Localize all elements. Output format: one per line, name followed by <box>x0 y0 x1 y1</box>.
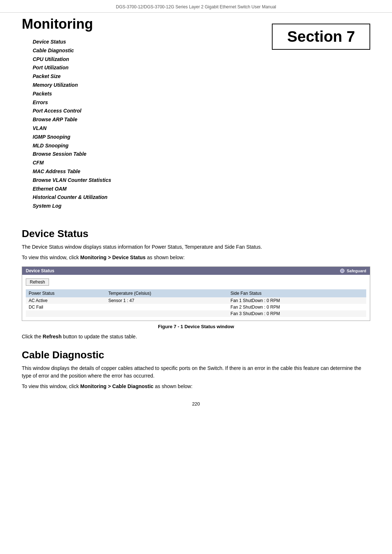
toc-item: Browse ARP Table <box>33 115 370 124</box>
toc-item: CPU Utilization <box>33 55 370 64</box>
table-cell: DC Fail <box>26 304 105 310</box>
ds-logo: Safeguard <box>340 269 366 273</box>
toc-item: Historical Counter & Utilization <box>33 193 370 202</box>
toc-list: Device StatusCable DiagnosticCPU Utiliza… <box>33 38 370 211</box>
figure-caption: Figure 7 - 1 Device Status window <box>22 324 370 329</box>
device-status-body2: To view this window, click Monitoring > … <box>22 254 370 261</box>
header-subtitle: DGS-3700-12/DGS-3700-12G Series Layer 2 … <box>116 4 276 9</box>
toc-item: Browse Session Table <box>33 150 370 159</box>
ds-title-bar: Device Status Safeguard <box>22 267 370 275</box>
device-status-table: Power StatusTemperature (Celsius)Side Fa… <box>26 289 366 317</box>
toc-item: Port Access Control <box>33 107 370 115</box>
toc-item: VLAN <box>33 124 370 133</box>
table-header-cell: Side Fan Status <box>228 289 366 297</box>
toc-item: CFM <box>33 159 370 167</box>
toc-item: MLD Snooping <box>33 142 370 150</box>
table-header-row: Power StatusTemperature (Celsius)Side Fa… <box>26 289 366 297</box>
table-row: DC FailFan 2 ShutDown : 0 RPM <box>26 304 366 310</box>
toc-item: Packet Size <box>33 72 370 81</box>
cable-diagnostic-body2: To view this window, click Monitoring > … <box>22 383 370 390</box>
table-row: Fan 3 ShutDown : 0 RPM <box>26 310 366 317</box>
table-cell: AC Active <box>26 297 105 304</box>
page-number: 220 <box>0 401 392 407</box>
ds-body: Refresh Power StatusTemperature (Celsius… <box>22 275 370 321</box>
toc-item: MAC Address Table <box>33 167 370 176</box>
toc-item: Packets <box>33 90 370 98</box>
refresh-button[interactable]: Refresh <box>26 278 49 286</box>
toc-item: IGMP Snooping <box>33 133 370 142</box>
after-text: Click the Refresh button to update the s… <box>22 333 370 341</box>
table-cell <box>105 304 228 310</box>
page-header: DGS-3700-12/DGS-3700-12G Series Layer 2 … <box>0 0 392 13</box>
table-cell: Sensor 1 : 47 <box>105 297 228 304</box>
table-cell: Fan 2 ShutDown : 0 RPM <box>228 304 366 310</box>
toc-item: Errors <box>33 98 370 107</box>
device-status-heading: Device Status <box>22 228 370 240</box>
table-header-cell: Power Status <box>26 289 105 297</box>
cable-diagnostic-body1: This window displays the details of copp… <box>22 364 370 380</box>
section-box: Section 7 <box>272 24 370 50</box>
device-status-window: Device Status Safeguard Refresh Power St… <box>22 266 370 321</box>
table-cell <box>105 310 228 317</box>
globe-icon <box>340 269 344 273</box>
table-cell <box>26 310 105 317</box>
toc-item: Port Utilization <box>33 64 370 72</box>
table-cell: Fan 1 ShutDown : 0 RPM <box>228 297 366 304</box>
table-header-cell: Temperature (Celsius) <box>105 289 228 297</box>
table-row: AC ActiveSensor 1 : 47Fan 1 ShutDown : 0… <box>26 297 366 304</box>
section-label: Section 7 <box>287 28 355 45</box>
toc-item: Ethernet OAM <box>33 185 370 194</box>
ds-window-title: Device Status <box>26 268 54 273</box>
device-status-body1: The Device Status window displays status… <box>22 243 370 251</box>
toc-item: System Log <box>33 202 370 211</box>
cable-diagnostic-heading: Cable Diagnostic <box>22 349 370 361</box>
toc-item: Browse VLAN Counter Statistics <box>33 176 370 185</box>
ds-table-body: AC ActiveSensor 1 : 47Fan 1 ShutDown : 0… <box>26 297 366 317</box>
table-cell: Fan 3 ShutDown : 0 RPM <box>228 310 366 317</box>
toc-item: Memory Utilization <box>33 81 370 90</box>
